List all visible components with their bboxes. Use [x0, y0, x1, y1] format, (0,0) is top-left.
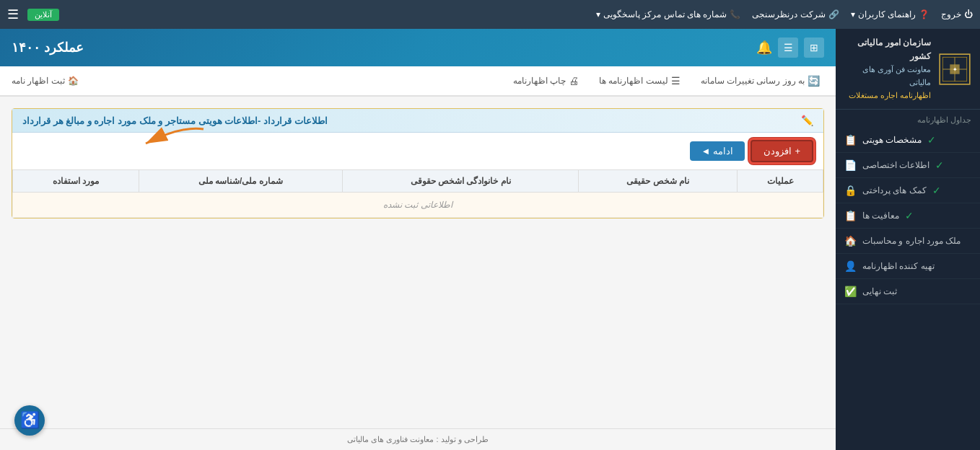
table-header: عملیات نام شخص حقیقی نام خانوادگی اشخص ح… — [13, 170, 823, 193]
hamburger-button[interactable]: ☰ — [7, 6, 19, 22]
col-usage: مورد استفاده — [13, 170, 139, 193]
continue-arrow-icon: ◄ — [701, 146, 711, 156]
list-label: لیست اظهارنامه ها — [599, 76, 668, 86]
exemptions-icon: 📋 — [844, 210, 857, 221]
sub-toolbar-right: 🔄 به روز رسانی تغییرات سامانه ☰ لیست اظه… — [509, 72, 824, 89]
sidebar-item-property[interactable]: ملک مورد اجاره و محاسبات 🏠 — [836, 229, 980, 254]
company-label: شرکت درنظرسنجی — [752, 9, 825, 19]
print-label: چاپ اظهارنامه — [513, 76, 566, 86]
brand-header: ✦ سازمان امور مالیاتی کشور معاونت فن آور… — [836, 29, 980, 110]
contact-nav-item[interactable]: 📞 شماره های تماس مرکز پاسخگویی ▾ — [596, 9, 740, 19]
identity-icon: 📋 — [844, 134, 857, 146]
property-icon: 🏠 — [844, 235, 857, 247]
check-icon-2: ✓ — [935, 159, 944, 171]
sidebar-item-identity[interactable]: ✓ مشخصات هویتی 📋 — [836, 128, 980, 153]
empty-message: اطلاعاتی ثبت نشده — [13, 193, 823, 218]
home-icon[interactable]: 🏠 — [68, 76, 79, 86]
footer-label: طراحی و تولید : معاونت فناوری های مالیات… — [347, 435, 488, 444]
list-view-button[interactable]: ☰ — [778, 38, 798, 58]
company-icon: 🔗 — [828, 9, 839, 19]
check-icon-3: ✓ — [932, 185, 941, 196]
section-title: اطلاعات قرارداد -اطلاعات هویتی مستاجر و … — [22, 115, 328, 126]
sub-toolbar-left: 🏠 ثبت اظهار نامه — [12, 76, 79, 86]
exit-nav-item[interactable]: ⏻ خروج — [941, 9, 973, 19]
sidebar: ✦ سازمان امور مالیاتی کشور معاونت فن آور… — [836, 29, 980, 450]
svg-text:✦: ✦ — [953, 66, 958, 73]
col-national-id: شماره ملی/شناسه ملی — [139, 170, 342, 193]
page-header-icons: ⊞ ☰ 🔔 — [756, 38, 824, 58]
form-section-header: ✏️ اطلاعات قرارداد -اطلاعات هویتی مستاجر… — [12, 109, 823, 133]
sidebar-item-final[interactable]: ثبت نهایی ✅ — [836, 279, 980, 304]
page-header: ⊞ ☰ 🔔 عملکرد ۱۴۰۰ — [0, 29, 836, 66]
power-icon: ⏻ — [964, 9, 973, 19]
contact-dropdown-icon: ▾ — [596, 9, 600, 19]
sidebar-item-label-7: ثبت نهایی — [862, 286, 897, 296]
sidebar-item-label-6: تهیه کننده اظهارنامه — [862, 261, 935, 271]
company-nav-item[interactable]: 🔗 شرکت درنظرسنجی — [752, 9, 839, 19]
page-footer: طراحی و تولید : معاونت فناوری های مالیات… — [0, 428, 836, 450]
edit-icon[interactable]: ✏️ — [801, 115, 813, 126]
print-icon: 🖨 — [569, 75, 579, 87]
sub-toolbar: 🔄 به روز رسانی تغییرات سامانه ☰ لیست اظه… — [0, 66, 836, 97]
check-icon-4: ✓ — [905, 210, 914, 221]
form-section: ✏️ اطلاعات قرارداد -اطلاعات هویتی مستاجر… — [12, 108, 824, 219]
dropdown-icon: ▾ — [851, 9, 855, 19]
continue-label: ادامه — [713, 146, 733, 156]
final-icon: ✅ — [844, 286, 857, 297]
sidebar-item-label-5: ملک مورد اجاره و محاسبات — [862, 236, 961, 246]
sidebar-section-title: جداول اظهارنامه — [836, 110, 980, 128]
check-icon-1: ✓ — [927, 134, 936, 146]
register-label: ثبت اظهار نامه — [12, 76, 65, 86]
add-button[interactable]: + افزودن — [751, 140, 813, 162]
continue-button[interactable]: ادامه ◄ — [690, 141, 745, 161]
user-guide-nav-item[interactable]: ❓ راهنمای کاربران ▾ — [851, 9, 929, 19]
buttons-row: + افزودن ادامه ◄ — [12, 133, 823, 169]
main-content: ⊞ ☰ 🔔 عملکرد ۱۴۰۰ 🔄 به روز رسانی تغییرات… — [0, 29, 836, 450]
specialized-icon: 📄 — [844, 159, 857, 171]
top-nav-right: ⏻ خروج ❓ راهنمای کاربران ▾ 🔗 شرکت درنظرس… — [596, 9, 973, 19]
accessibility-icon: ♿ — [20, 411, 40, 430]
sidebar-item-label-2: اطلاعات اختصاصی — [862, 160, 929, 170]
accessibility-button[interactable]: ♿ — [14, 405, 45, 436]
table-body: اطلاعاتی ثبت نشده — [13, 193, 823, 218]
aid-icon: 🔒 — [844, 185, 857, 196]
top-navigation: ⏻ خروج ❓ راهنمای کاربران ▾ 🔗 شرکت درنظرس… — [0, 0, 980, 29]
exit-label: خروج — [941, 9, 961, 19]
list-icon: ☰ — [671, 75, 681, 87]
update-button[interactable]: 🔄 به روز رسانی تغییرات سامانه — [696, 72, 824, 89]
list-button[interactable]: ☰ لیست اظهارنامه ها — [595, 72, 685, 89]
update-label: به روز رسانی تغییرات سامانه — [701, 76, 805, 86]
brand-text: سازمان امور مالیاتی کشور معاونت فن آوری … — [843, 36, 931, 102]
sidebar-item-aid[interactable]: ✓ کمک های پرداختی 🔒 — [836, 178, 980, 203]
refresh-icon: 🔄 — [808, 75, 820, 87]
user-guide-label: راهنمای کاربران — [858, 9, 916, 19]
print-button[interactable]: 🖨 چاپ اظهارنامه — [509, 72, 583, 89]
page-title: عملکرد ۱۴۰۰ — [12, 40, 84, 56]
online-badge: آنلاین — [27, 9, 59, 21]
sidebar-item-specialized[interactable]: ✓ اطلاعات اختصاصی 📄 — [836, 153, 980, 178]
sidebar-item-label-4: معافیت ها — [862, 211, 899, 221]
preparer-icon: 👤 — [844, 260, 857, 272]
brand-line3: اظهارنامه اجاره مستغلات — [843, 89, 931, 102]
col-operations: عملیات — [738, 170, 823, 193]
top-nav-left: آنلاین ☰ — [7, 6, 59, 22]
main-layout: ✦ سازمان امور مالیاتی کشور معاونت فن آور… — [0, 29, 980, 450]
bell-icon[interactable]: 🔔 — [756, 40, 772, 56]
sidebar-item-exemptions[interactable]: ✓ معافیت ها 📋 — [836, 203, 980, 229]
table-empty-row: اطلاعاتی ثبت نشده — [13, 193, 823, 218]
sidebar-menu: جداول اظهارنامه ✓ مشخصات هویتی 📋 ✓ اطلاع… — [836, 110, 980, 450]
plus-icon: + — [795, 146, 800, 156]
brand-line2: معاونت فن آوری های مالیاتی — [843, 63, 931, 89]
table-header-row: عملیات نام شخص حقیقی نام خانوادگی اشخص ح… — [13, 170, 823, 193]
grid-view-button[interactable]: ⊞ — [804, 38, 824, 58]
sidebar-item-label-1: مشخصات هویتی — [862, 135, 922, 145]
sidebar-item-label-3: کمک های پرداختی — [862, 185, 927, 195]
sidebar-item-preparer[interactable]: تهیه کننده اظهارنامه 👤 — [836, 254, 980, 279]
brand-line1: سازمان امور مالیاتی کشور — [843, 36, 931, 63]
data-table: عملیات نام شخص حقیقی نام خانوادگی اشخص ح… — [12, 169, 823, 218]
brand-logo-icon: ✦ — [937, 51, 973, 87]
col-real-name: نام شخص حقیقی — [579, 170, 738, 193]
user-guide-icon: ❓ — [919, 9, 929, 19]
contact-label: شماره های تماس مرکز پاسخگویی — [603, 9, 727, 19]
add-label: افزودن — [764, 146, 792, 156]
